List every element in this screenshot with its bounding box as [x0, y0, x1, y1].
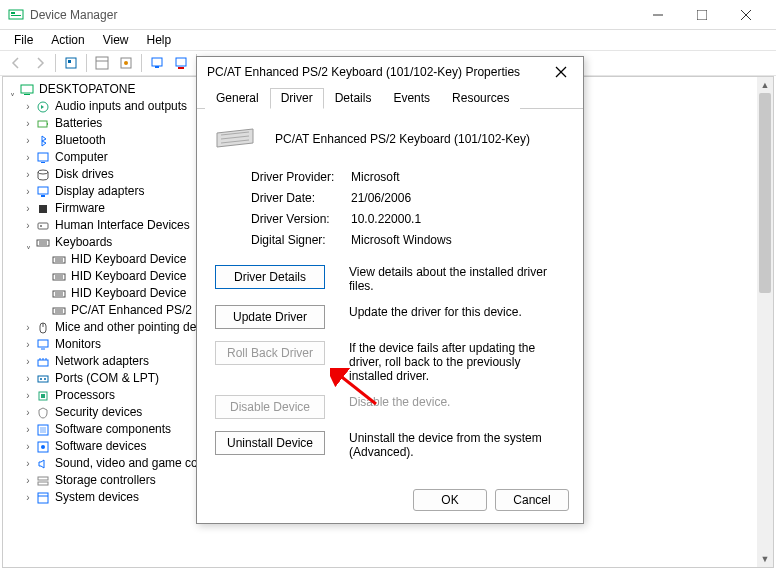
- field-value: Microsoft Windows: [351, 233, 452, 247]
- tree-item-label: Monitors: [55, 336, 101, 353]
- tree-child-label: HID Keyboard Device: [71, 251, 186, 268]
- tab-details[interactable]: Details: [324, 88, 383, 109]
- back-button[interactable]: [4, 52, 28, 74]
- window-title: Device Manager: [30, 8, 636, 22]
- toolbar-icon[interactable]: [145, 52, 169, 74]
- chevron-icon[interactable]: ›: [21, 319, 35, 336]
- dialog-body: PC/AT Enhanced PS/2 Keyboard (101/102-Ke…: [197, 109, 583, 475]
- tree-item-label: Bluetooth: [55, 132, 106, 149]
- category-icon: [35, 184, 51, 200]
- toolbar-icon[interactable]: [169, 52, 193, 74]
- svg-rect-28: [39, 205, 47, 213]
- scrollbar[interactable]: ▲ ▼: [757, 77, 773, 567]
- tree-item-label: Computer: [55, 149, 108, 166]
- titlebar: Device Manager: [0, 0, 776, 30]
- chevron-icon[interactable]: ›: [21, 132, 35, 149]
- category-icon: [35, 99, 51, 115]
- menu-file[interactable]: File: [6, 31, 41, 49]
- minimize-button[interactable]: [636, 1, 680, 29]
- menu-action[interactable]: Action: [43, 31, 92, 49]
- category-icon: [35, 388, 51, 404]
- dialog-titlebar: PC/AT Enhanced PS/2 Keyboard (101/102-Ke…: [197, 57, 583, 87]
- tree-item-label: Software components: [55, 421, 171, 438]
- dialog-close-button[interactable]: [549, 60, 573, 84]
- tree-item-label: Network adapters: [55, 353, 149, 370]
- category-icon: [35, 320, 51, 336]
- chevron-icon[interactable]: ›: [21, 336, 35, 353]
- chevron-icon[interactable]: ›: [21, 217, 35, 234]
- chevron-icon[interactable]: ›: [21, 421, 35, 438]
- svg-rect-27: [41, 195, 45, 197]
- field-label: Driver Version:: [251, 212, 351, 226]
- chevron-icon[interactable]: ›: [21, 200, 35, 217]
- menu-view[interactable]: View: [95, 31, 137, 49]
- uninstall-device-button[interactable]: Uninstall Device: [215, 431, 325, 455]
- keyboard-icon: [215, 125, 255, 152]
- svg-rect-18: [21, 85, 33, 93]
- chevron-icon[interactable]: ›: [21, 387, 35, 404]
- separator: [141, 54, 142, 72]
- chevron-icon[interactable]: ›: [21, 489, 35, 506]
- chevron-down-icon[interactable]: ˬ: [5, 81, 19, 98]
- svg-rect-22: [47, 123, 48, 125]
- svg-rect-2: [11, 15, 21, 16]
- dialog-title: PC/AT Enhanced PS/2 Keyboard (101/102-Ke…: [207, 65, 549, 79]
- tab-resources[interactable]: Resources: [441, 88, 520, 109]
- keyboard-icon: [51, 303, 67, 319]
- cancel-button[interactable]: Cancel: [495, 489, 569, 511]
- svg-rect-29: [38, 223, 48, 229]
- tree-item-label: Display adapters: [55, 183, 144, 200]
- svg-rect-31: [37, 240, 49, 246]
- maximize-button[interactable]: [680, 1, 724, 29]
- category-icon: [35, 167, 51, 183]
- tree-item-label: Security devices: [55, 404, 142, 421]
- tree-item-label: Keyboards: [55, 234, 112, 251]
- chevron-icon[interactable]: ›: [21, 404, 35, 421]
- chevron-icon[interactable]: ›: [21, 149, 35, 166]
- chevron-icon[interactable]: ›: [21, 115, 35, 132]
- category-icon: [35, 490, 51, 506]
- menu-help[interactable]: Help: [139, 31, 180, 49]
- category-icon: [35, 439, 51, 455]
- tab-general[interactable]: General: [205, 88, 270, 109]
- chevron-icon[interactable]: ›: [21, 370, 35, 387]
- svg-rect-40: [53, 291, 65, 297]
- forward-button[interactable]: [28, 52, 52, 74]
- chevron-icon[interactable]: ›: [21, 472, 35, 489]
- tab-events[interactable]: Events: [382, 88, 441, 109]
- action-desc: If the device fails after updating the d…: [349, 341, 565, 383]
- roll-back-driver-button: Roll Back Driver: [215, 341, 325, 365]
- scroll-down-icon[interactable]: ▼: [757, 551, 773, 567]
- svg-rect-54: [38, 376, 48, 382]
- chevron-icon[interactable]: ›: [21, 455, 35, 472]
- close-button[interactable]: [724, 1, 768, 29]
- chevron-icon[interactable]: ›: [21, 438, 35, 455]
- driver-details-button[interactable]: Driver Details: [215, 265, 325, 289]
- scroll-thumb[interactable]: [759, 93, 771, 293]
- update-driver-button[interactable]: Update Driver: [215, 305, 325, 329]
- scroll-up-icon[interactable]: ▲: [757, 77, 773, 93]
- chevron-icon[interactable]: ˬ: [21, 234, 35, 251]
- chevron-icon[interactable]: ›: [21, 166, 35, 183]
- chevron-icon[interactable]: ›: [21, 98, 35, 115]
- toolbar-icon[interactable]: [59, 52, 83, 74]
- tree-item-label: Software devices: [55, 438, 146, 455]
- tree-item-label: Human Interface Devices: [55, 217, 190, 234]
- category-icon: [35, 405, 51, 421]
- svg-rect-21: [38, 121, 47, 127]
- action-desc: View details about the installed driver …: [349, 265, 565, 293]
- tab-driver[interactable]: Driver: [270, 88, 324, 109]
- keyboard-icon: [51, 286, 67, 302]
- svg-rect-34: [53, 257, 65, 263]
- svg-point-12: [124, 61, 128, 65]
- tree-root-label: DESKTOPATONE: [39, 81, 135, 98]
- toolbar-icon[interactable]: [114, 52, 138, 74]
- toolbar-icon[interactable]: [90, 52, 114, 74]
- chevron-icon[interactable]: ›: [21, 353, 35, 370]
- svg-rect-63: [38, 477, 48, 480]
- tree-item-label: Disk drives: [55, 166, 114, 183]
- ok-button[interactable]: OK: [413, 489, 487, 511]
- chevron-icon[interactable]: ›: [21, 183, 35, 200]
- separator: [55, 54, 56, 72]
- tree-item-label: Processors: [55, 387, 115, 404]
